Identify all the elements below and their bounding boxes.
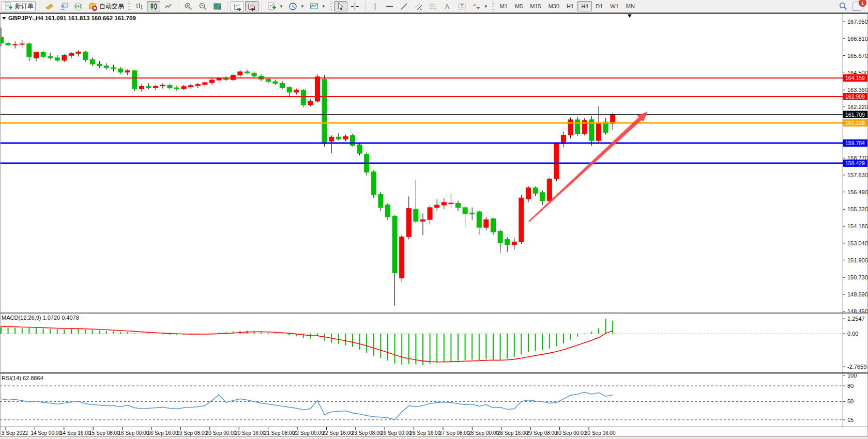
price-tick-label: 149.590 <box>847 291 868 297</box>
candle-up <box>125 71 130 72</box>
candles-group[interactable] <box>0 14 632 305</box>
time-tick-label: 15 Sep 08:00 <box>89 430 120 436</box>
horizontal-lines-group[interactable] <box>0 78 843 163</box>
price-tick-label: 150.730 <box>847 274 868 280</box>
fibonacci-button[interactable]: F <box>427 1 440 11</box>
candle-up <box>441 202 446 205</box>
trendline-button[interactable] <box>398 1 411 11</box>
tile-windows-button[interactable] <box>210 1 224 11</box>
candle-down <box>456 203 461 208</box>
chart-title: GBPJPY-,H4 161.091 161.813 160.662 161.7… <box>8 15 136 21</box>
timeframe-M1[interactable]: M1 <box>496 1 511 11</box>
symbol-dropdown-icon[interactable] <box>2 17 6 20</box>
trend-arrow-shape <box>528 112 648 222</box>
macd-tick-label: -2.7659 <box>847 364 866 370</box>
profile-button[interactable] <box>57 1 70 11</box>
dropdown-caret: ▼ <box>300 4 304 9</box>
cursor-icon <box>336 2 345 11</box>
zoom-in-button[interactable] <box>181 1 195 11</box>
arrows-button[interactable]: ▼ <box>470 1 490 11</box>
indicators-button[interactable]: ▼ <box>265 1 285 11</box>
timeframe-M30[interactable]: M30 <box>545 1 563 11</box>
time-tick-label: 23 Sep 08:00 <box>352 430 383 436</box>
line-chart-button[interactable] <box>161 1 175 11</box>
search-icon[interactable] <box>839 2 848 11</box>
svg-text:E: E <box>420 7 422 10</box>
candle-up <box>189 86 193 87</box>
chart-canvas[interactable]: GBPJPY-,H4 161.091 161.813 160.662 161.7… <box>0 13 868 439</box>
candle-up <box>568 120 573 135</box>
candle-up <box>435 205 439 208</box>
horizontal-line-button[interactable] <box>383 1 397 11</box>
timeframe-H4[interactable]: H4 <box>577 1 592 11</box>
candle-up <box>76 52 81 53</box>
crosshair-button[interactable] <box>348 1 362 11</box>
candle-down <box>245 72 250 73</box>
candle-up <box>13 44 18 45</box>
price-tick-label: 156.490 <box>847 189 868 195</box>
text-label-button[interactable]: T <box>455 1 469 11</box>
timeframe-D1[interactable]: D1 <box>592 1 606 11</box>
candle-up <box>181 87 186 89</box>
time-tick-label: 28 Sep 16:00 <box>497 430 528 436</box>
time-tick-label: 30 Sep 16:00 <box>585 430 616 436</box>
candle-down <box>97 64 102 66</box>
zoom-in-icon <box>184 2 193 11</box>
equidistant-channel-button[interactable]: E <box>412 1 425 11</box>
candle-up <box>554 144 559 179</box>
price-axis[interactable]: 167.950166.810165.670164.500163.360162.2… <box>843 14 868 427</box>
zoom-out-button[interactable] <box>196 1 209 11</box>
dropdown-caret: ▼ <box>279 4 283 9</box>
time-axis[interactable]: 3 Sep 202214 Sep 00:0014 Sep 16:0015 Sep… <box>2 427 616 436</box>
new-order-label: 新订单 <box>15 2 34 11</box>
candle-down <box>111 68 116 69</box>
candle-down <box>104 66 109 68</box>
macd-panel[interactable] <box>0 319 843 365</box>
new-order-button[interactable]: 新订单 <box>2 1 36 11</box>
candlestick-chart-button[interactable] <box>147 1 160 11</box>
text-button[interactable]: A <box>441 1 454 11</box>
timeframe-W1[interactable]: W1 <box>606 1 622 11</box>
signals-button[interactable] <box>71 1 85 11</box>
candle-down <box>378 194 383 208</box>
candle-up <box>160 85 165 86</box>
trend-arrow[interactable] <box>528 112 648 222</box>
candle-up <box>154 86 158 88</box>
signals-icon <box>73 2 83 11</box>
separator <box>365 2 366 11</box>
candle-down <box>280 83 285 87</box>
chart-shift-button[interactable] <box>245 1 258 11</box>
cursor-button[interactable] <box>334 1 347 11</box>
candle-down <box>477 212 481 227</box>
candle-down <box>322 80 327 143</box>
candle-up <box>421 220 425 221</box>
periods-button[interactable]: ▼ <box>286 1 307 11</box>
rsi-panel[interactable] <box>0 386 843 420</box>
price-tick-label: 148.450 <box>847 308 868 315</box>
templates-button[interactable]: ▼ <box>308 1 328 11</box>
time-tick-label: 22 Sep 16:00 <box>322 430 353 436</box>
timeframe-MN[interactable]: MN <box>622 1 638 11</box>
chart-shift-marker <box>628 14 632 18</box>
candle-down <box>357 145 362 153</box>
autotrading-button[interactable]: 自动交易 <box>86 1 126 11</box>
vertical-line-icon <box>371 2 380 11</box>
svg-text:A: A <box>445 3 449 10</box>
candle-up <box>400 237 404 278</box>
auto-scroll-button[interactable] <box>231 1 244 11</box>
vertical-line-button[interactable] <box>369 1 382 11</box>
candle-up <box>238 72 242 75</box>
rsi-tick-label: 50 <box>847 398 854 404</box>
timeframe-M15[interactable]: M15 <box>526 1 544 11</box>
candle-up <box>308 101 313 105</box>
marker-button[interactable] <box>42 1 56 11</box>
timeframe-H1[interactable]: H1 <box>563 1 577 11</box>
bar-chart-button[interactable] <box>132 1 146 11</box>
candle-up <box>195 85 200 86</box>
notifications-icon[interactable]: 1 <box>852 2 863 11</box>
candle-down <box>273 82 278 83</box>
time-tick-label: 30 Sep 00:00 <box>556 430 587 436</box>
price-label-text: 162.909 <box>845 93 865 100</box>
timeframe-M5[interactable]: M5 <box>511 1 526 11</box>
profile-icon <box>59 2 68 11</box>
